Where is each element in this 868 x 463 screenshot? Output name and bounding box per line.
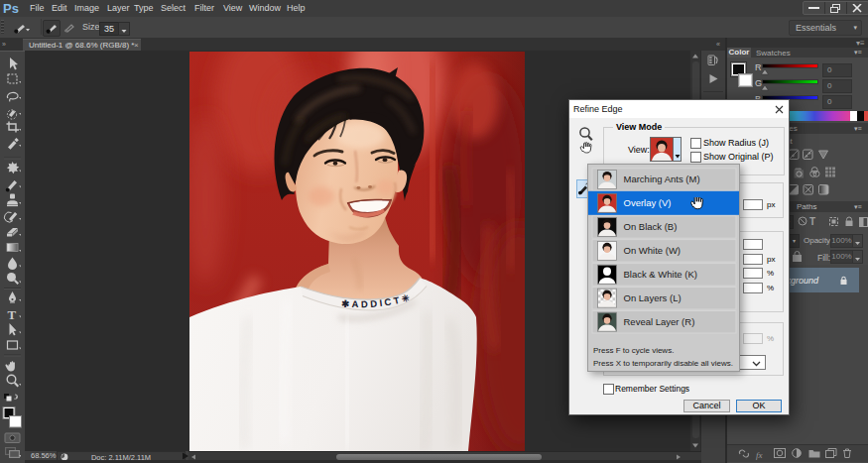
svg-text:Press F to cycle views.: Press F to cycle views. xyxy=(593,346,674,355)
svg-text:Press X to temporarily disable: Press X to temporarily disable all views… xyxy=(593,359,733,368)
svg-text:T: T xyxy=(8,307,17,322)
svg-text:Marching Ants (M): Marching Ants (M) xyxy=(623,174,699,184)
svg-text:On Black (B): On Black (B) xyxy=(623,221,677,232)
svg-text:Overlay (V): Overlay (V) xyxy=(623,197,671,208)
svg-text:T: T xyxy=(809,216,815,227)
svg-text:Reveal Layer (R): Reveal Layer (R) xyxy=(623,316,694,327)
svg-text:On Layers (L): On Layers (L) xyxy=(623,292,681,303)
svg-text:On White (W): On White (W) xyxy=(623,245,681,256)
svg-text:Black & White (K): Black & White (K) xyxy=(623,269,696,280)
svg-text:fx: fx xyxy=(756,450,763,460)
